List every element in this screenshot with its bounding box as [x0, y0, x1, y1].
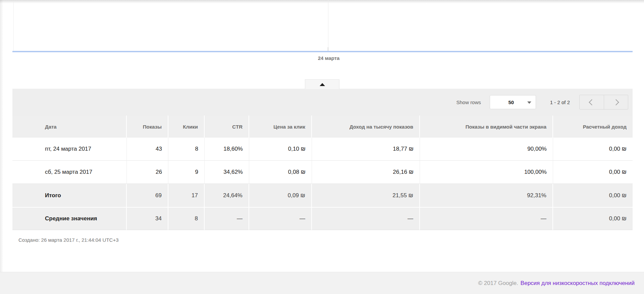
clicks-cell: 8 — [168, 138, 205, 161]
next-page-button[interactable] — [604, 95, 628, 109]
chart-axis-tick-label: 24 марта — [295, 55, 362, 61]
column-header-earnings[interactable]: Расчетный доход — [553, 116, 633, 138]
averages-row: Средние значения 34 8 — — — — 0,00 ₪ — [12, 207, 633, 230]
totals-row: Итого 69 17 24,64% 0,09 ₪ 21,55 ₪ 92,31%… — [12, 184, 633, 207]
clicks-cell: 17 — [168, 184, 205, 207]
top-edge-shadow — [0, 0, 644, 3]
rpm-cell: 18,77 ₪ — [312, 138, 420, 161]
chart-gridline — [328, 0, 328, 51]
impressions-cell: 69 — [127, 184, 168, 207]
previous-page-button[interactable] — [580, 95, 604, 109]
ctr-cell: 34,62% — [205, 161, 249, 184]
column-header-clicks[interactable]: Клики — [168, 116, 205, 138]
table-header-row: Дата Показы Клики CTR Цена за клик Доход… — [12, 116, 633, 138]
viewable-cell: 90,00% — [420, 138, 553, 161]
viewable-cell: 100,00% — [420, 161, 553, 184]
earnings-cell: 0,00 ₪ — [553, 138, 633, 161]
earnings-cell: 0,00 ₪ — [553, 207, 633, 230]
column-header-date[interactable]: Дата — [12, 116, 127, 138]
report-generated-timestamp: Создано: 26 марта 2017 г., 21:44:04 UTC+… — [18, 237, 119, 243]
date-cell: пт, 24 марта 2017 — [12, 138, 127, 161]
cpc-cell: — — [249, 207, 312, 230]
left-edge-shadow — [0, 0, 3, 294]
earnings-cell: 0,00 ₪ — [553, 161, 633, 184]
show-rows-label: Show rows — [456, 99, 481, 105]
rows-per-page-select[interactable]: 50 — [490, 95, 536, 109]
date-cell: сб, 25 марта 2017 — [12, 161, 127, 184]
ctr-cell: — — [205, 207, 249, 230]
column-header-cpc[interactable]: Цена за клик — [249, 116, 312, 138]
cpc-cell: 0,09 ₪ — [249, 184, 312, 207]
chevron-right-icon — [613, 99, 619, 105]
low-bandwidth-version-link[interactable]: Версия для низкоскоростных подключений — [521, 280, 635, 287]
ctr-cell: 18,60% — [205, 138, 249, 161]
column-header-ctr[interactable]: CTR — [205, 116, 249, 138]
page-footer: © 2017 Google. Версия для низкоскоростны… — [0, 272, 644, 294]
cpc-cell: 0,08 ₪ — [249, 161, 312, 184]
column-header-viewable[interactable]: Показы в видимой части экрана — [420, 116, 553, 138]
table-toolbar: Show rows 50 1 - 2 of 2 — [12, 89, 633, 116]
rpm-cell: — — [312, 207, 420, 230]
cpc-cell: 0,10 ₪ — [249, 138, 312, 161]
pagination-controls — [579, 95, 628, 109]
viewable-cell: 92,31% — [420, 184, 553, 207]
copyright-text: © 2017 Google. — [478, 280, 518, 287]
rows-per-page-value: 50 — [508, 99, 514, 105]
impressions-cell: 26 — [127, 161, 168, 184]
pagination-range-label: 1 - 2 of 2 — [550, 99, 570, 105]
clicks-cell: 9 — [168, 161, 205, 184]
averages-label-cell: Средние значения — [12, 207, 127, 230]
viewable-cell: — — [420, 207, 553, 230]
column-header-impressions[interactable]: Показы — [127, 116, 168, 138]
chart-x-axis-line — [12, 51, 633, 52]
collapse-panel-tab[interactable] — [305, 79, 339, 89]
rpm-cell: 26,16 ₪ — [312, 161, 420, 184]
report-table: Дата Показы Клики CTR Цена за клик Доход… — [12, 116, 633, 230]
impressions-cell: 34 — [127, 207, 168, 230]
chart-plot-left-edge — [13, 2, 14, 51]
column-header-rpm[interactable]: Доход на тысячу показов — [312, 116, 420, 138]
ctr-cell: 24,64% — [205, 184, 249, 207]
impressions-cell: 43 — [127, 138, 168, 161]
caret-down-icon — [527, 101, 531, 104]
clicks-cell: 8 — [168, 207, 205, 230]
earnings-cell: 0,00 ₪ — [553, 184, 633, 207]
rpm-cell: 21,55 ₪ — [312, 184, 420, 207]
chevron-left-icon — [589, 99, 595, 105]
totals-label-cell: Итого — [12, 184, 127, 207]
table-row: сб, 25 марта 2017 26 9 34,62% 0,08 ₪ 26,… — [12, 161, 633, 184]
table-row: пт, 24 марта 2017 43 8 18,60% 0,10 ₪ 18,… — [12, 138, 633, 161]
collapse-arrow-icon — [320, 83, 325, 86]
